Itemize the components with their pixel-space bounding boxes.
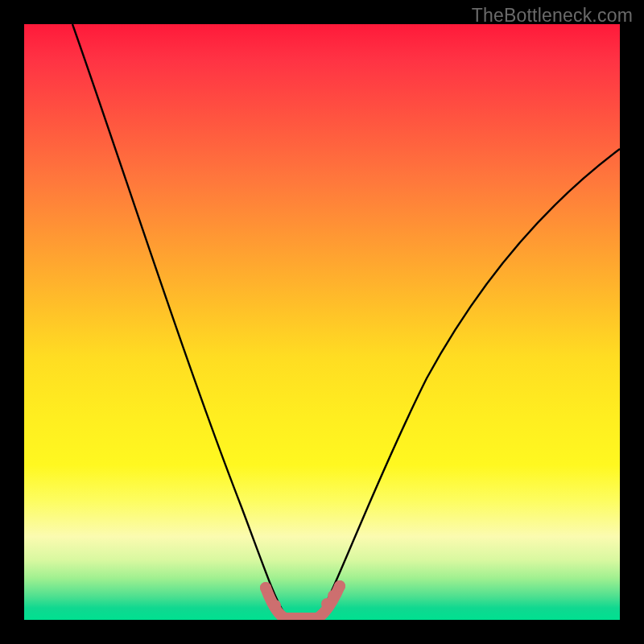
highlight-dot: [270, 600, 281, 611]
bottleneck-curve: [72, 24, 620, 618]
chart-container: TheBottleneck.com: [0, 0, 644, 644]
highlight-dot: [260, 582, 271, 593]
plot-area: [24, 24, 620, 620]
highlight-dot: [328, 590, 339, 601]
highlight-dot: [334, 580, 345, 592]
curve-overlay: [24, 24, 620, 620]
watermark-text: TheBottleneck.com: [472, 5, 633, 27]
